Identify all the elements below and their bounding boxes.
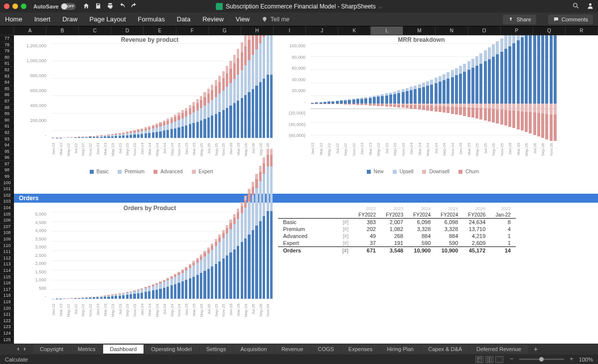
row-header-114[interactable]: 114 — [0, 267, 14, 274]
row-header-93[interactable]: 93 — [0, 136, 14, 142]
row-header-108[interactable]: 108 — [0, 230, 14, 236]
ribbon-insert[interactable]: Insert — [34, 15, 51, 23]
row-header-86[interactable]: 86 — [0, 92, 14, 98]
view-layout-icon[interactable] — [485, 356, 493, 363]
home-icon[interactable] — [83, 2, 90, 10]
column-header-A[interactable]: A — [14, 26, 46, 35]
column-header-E[interactable]: E — [144, 26, 176, 35]
row-header-124[interactable]: 124 — [0, 330, 14, 337]
sheet-tab-copyright[interactable]: Copyright — [33, 345, 70, 354]
comments-button[interactable]: Comments — [548, 14, 593, 24]
zoom-in-button[interactable]: + — [568, 356, 575, 363]
chart-orders-by-product[interactable]: Orders by Product 5,0004,5004,0003,5003,… — [24, 205, 276, 339]
row-header-106[interactable]: 106 — [0, 217, 14, 224]
ribbon-data[interactable]: Data — [177, 15, 190, 23]
row-header-100[interactable]: 100 — [0, 180, 14, 186]
column-header-D[interactable]: D — [111, 26, 144, 35]
row-header-99[interactable]: 99 — [0, 173, 14, 180]
ribbon-page-layout[interactable]: Page Layout — [90, 15, 126, 23]
sheet-tab-settings[interactable]: Settings — [199, 345, 233, 354]
search-icon[interactable] — [572, 2, 580, 10]
row-header-109[interactable]: 109 — [0, 236, 14, 243]
row-header-112[interactable]: 112 — [0, 255, 14, 261]
tab-prev-icon[interactable] — [15, 346, 21, 352]
column-header-I[interactable]: I — [274, 26, 306, 35]
sheet-tab-deferred-revenue[interactable]: Deferred Revenue — [469, 345, 528, 354]
sheet-tab-capex-d-a[interactable]: Capex & D&A — [421, 345, 469, 354]
row-header-120[interactable]: 120 — [0, 305, 14, 312]
row-header-82[interactable]: 82 — [0, 67, 14, 73]
row-header-83[interactable]: 83 — [0, 73, 14, 80]
row-header-98[interactable]: 98 — [0, 167, 14, 173]
ribbon-draw[interactable]: Draw — [62, 15, 77, 23]
row-header-92[interactable]: 92 — [0, 129, 14, 136]
row-header-90[interactable]: 90 — [0, 117, 14, 123]
share-button[interactable]: Share — [503, 14, 536, 24]
sheet-tab-expenses[interactable]: Expenses — [341, 345, 379, 354]
sheet-tab-revenue[interactable]: Revenue — [275, 345, 310, 354]
row-header-96[interactable]: 96 — [0, 154, 14, 161]
view-normal-icon[interactable] — [475, 356, 483, 363]
row-header-97[interactable]: 97 — [0, 161, 14, 167]
row-header-119[interactable]: 119 — [0, 299, 14, 305]
column-header-J[interactable]: J — [306, 26, 338, 35]
row-header-85[interactable]: 85 — [0, 86, 14, 92]
row-headers[interactable]: 7778798081828384858687888990919293949596… — [0, 35, 14, 344]
column-header-O[interactable]: O — [468, 26, 501, 35]
add-sheet-button[interactable]: + — [529, 344, 543, 355]
row-header-84[interactable]: 84 — [0, 79, 14, 86]
ribbon-home[interactable]: Home — [5, 15, 22, 23]
zoom-slider[interactable] — [519, 359, 564, 360]
column-header-K[interactable]: K — [338, 26, 371, 35]
close-window-icon[interactable] — [4, 3, 9, 9]
tell-me[interactable]: Tell me — [262, 16, 290, 23]
worksheet[interactable]: Revenue by product 1,200,0001,000,000800… — [14, 35, 598, 344]
sheet-tab-dashboard[interactable]: Dashboard — [103, 345, 144, 354]
tab-next-icon[interactable] — [22, 346, 28, 352]
redo-icon[interactable] — [131, 2, 138, 10]
maximize-window-icon[interactable] — [21, 3, 26, 9]
row-header-113[interactable]: 113 — [0, 261, 14, 267]
column-header-C[interactable]: C — [79, 26, 111, 35]
row-header-111[interactable]: 111 — [0, 248, 14, 255]
sheet-tab-hiring-plan[interactable]: Hiring Plan — [380, 345, 421, 354]
print-icon[interactable] — [107, 2, 114, 10]
row-header-107[interactable]: 107 — [0, 224, 14, 230]
ribbon-view[interactable]: View — [236, 15, 250, 23]
row-header-78[interactable]: 78 — [0, 42, 14, 48]
row-header-117[interactable]: 117 — [0, 286, 14, 293]
row-header-110[interactable]: 110 — [0, 243, 14, 249]
row-header-89[interactable]: 89 — [0, 111, 14, 117]
ribbon-review[interactable]: Review — [202, 15, 224, 23]
row-header-104[interactable]: 104 — [0, 205, 14, 211]
column-header-R[interactable]: R — [566, 26, 598, 35]
select-all-corner[interactable] — [0, 26, 14, 35]
row-header-123[interactable]: 123 — [0, 324, 14, 330]
user-icon[interactable] — [587, 2, 594, 10]
view-pagebreak-icon[interactable] — [495, 356, 503, 363]
row-header-122[interactable]: 122 — [0, 318, 14, 324]
row-header-105[interactable]: 105 — [0, 211, 14, 218]
row-header-116[interactable]: 116 — [0, 280, 14, 286]
column-header-B[interactable]: B — [46, 26, 79, 35]
column-header-G[interactable]: G — [209, 26, 241, 35]
row-header-101[interactable]: 101 — [0, 186, 14, 192]
row-header-79[interactable]: 79 — [0, 48, 14, 54]
row-header-77[interactable]: 77 — [0, 35, 14, 42]
column-header-H[interactable]: H — [241, 26, 274, 35]
column-header-L[interactable]: L — [371, 26, 403, 35]
sheet-tab-cogs[interactable]: COGS — [311, 345, 341, 354]
row-header-118[interactable]: 118 — [0, 292, 14, 299]
chart-mrr-breakdown[interactable]: MRR breakdown 100,00080,00060,00040,0002… — [283, 36, 560, 186]
row-header-80[interactable]: 80 — [0, 54, 14, 61]
column-headers[interactable]: ABCDEFGHIJKLMNOPQR — [0, 26, 598, 35]
zoom-level[interactable]: 100% — [579, 357, 593, 363]
row-header-121[interactable]: 121 — [0, 311, 14, 318]
row-header-103[interactable]: 103 — [0, 198, 14, 205]
zoom-out-button[interactable]: − — [508, 356, 515, 363]
column-header-P[interactable]: P — [501, 26, 533, 35]
row-header-102[interactable]: 102 — [0, 192, 14, 199]
row-header-81[interactable]: 81 — [0, 60, 14, 67]
row-header-94[interactable]: 94 — [0, 142, 14, 148]
chart-revenue-by-product[interactable]: Revenue by product 1,200,0001,000,000800… — [24, 36, 276, 186]
